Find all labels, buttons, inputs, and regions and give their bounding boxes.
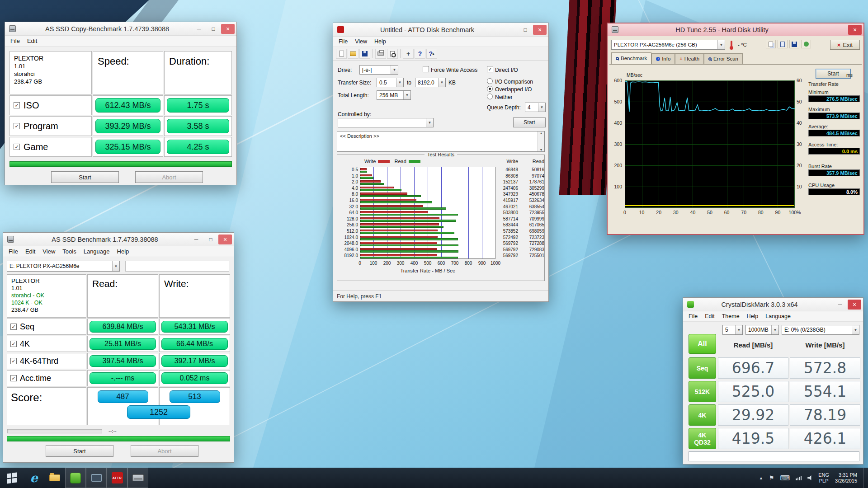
seq-button[interactable]: Seq xyxy=(689,357,716,379)
print-preview-icon[interactable] xyxy=(387,49,398,59)
touch-keyboard-icon[interactable]: ⌨ xyxy=(780,474,790,482)
new-file-icon[interactable] xyxy=(336,49,347,59)
taskbar-explorer-icon[interactable] xyxy=(44,468,65,488)
clock[interactable]: 3:31 PM 3/26/2015 xyxy=(835,472,857,484)
menu-edit[interactable]: Edit xyxy=(24,37,41,45)
atto-titlebar[interactable]: Untitled - ATTO Disk Benchmark ─ □ × xyxy=(333,23,548,37)
tray-expand-icon[interactable]: ▲ xyxy=(759,476,763,480)
4k64-checkbox[interactable]: ✓ xyxy=(10,358,17,364)
close-icon[interactable]: × xyxy=(218,235,232,244)
4k-button[interactable]: 4K xyxy=(689,404,716,426)
menu-view[interactable]: View xyxy=(39,247,59,256)
close-icon[interactable]: × xyxy=(221,24,235,34)
tab-health[interactable]: + Health xyxy=(675,53,704,64)
close-icon[interactable]: × xyxy=(848,300,861,310)
maximize-icon[interactable]: □ xyxy=(204,235,217,244)
close-icon[interactable]: × xyxy=(848,25,862,35)
acctime-checkbox[interactable]: ✓ xyxy=(10,375,17,381)
show-desktop-button[interactable] xyxy=(863,468,866,488)
exit-button[interactable]: × Exit xyxy=(830,40,860,50)
start-button[interactable]: Start xyxy=(46,445,113,457)
language-indicator[interactable]: ENG PLP xyxy=(818,472,829,484)
menu-theme[interactable]: Theme xyxy=(718,312,743,320)
tab-benchmark[interactable]: Benchmark xyxy=(611,52,651,64)
transfer-size-to-select[interactable]: 8192.0 ▼ xyxy=(415,78,446,87)
minimize-icon[interactable]: ─ xyxy=(189,235,203,244)
tab-error-scan[interactable]: Error Scan xyxy=(704,53,743,64)
drive-select[interactable]: PLEXTOR PX-AG256M6e (256 GB) ▼ xyxy=(611,40,725,50)
start-button[interactable]: Start xyxy=(816,69,851,79)
menu-help[interactable]: Help xyxy=(743,312,762,320)
abort-button[interactable]: Abort xyxy=(135,171,203,183)
abort-button[interactable]: Abort xyxy=(131,445,198,457)
test-size-select[interactable]: 1000MB ▼ xyxy=(745,325,779,335)
menu-file[interactable]: File xyxy=(335,38,351,46)
all-button[interactable]: All xyxy=(689,334,716,354)
print-icon[interactable] xyxy=(375,49,386,59)
maximize-icon[interactable]: □ xyxy=(519,25,532,35)
512k-button[interactable]: 512K xyxy=(689,381,716,402)
drive-select[interactable]: E: PLEXTOR PX-AG256M6e ▼ xyxy=(7,261,120,272)
start-button[interactable] xyxy=(0,468,24,488)
menu-help[interactable]: Help xyxy=(371,38,390,46)
transfer-size-from-select[interactable]: 0.5 ▼ xyxy=(377,78,404,87)
overlapped-io-radio[interactable] xyxy=(487,86,493,92)
test-count-select[interactable]: 5 ▼ xyxy=(722,325,743,335)
action-center-icon[interactable]: ⚑ xyxy=(769,474,774,481)
queue-depth-select[interactable]: 4 ▼ xyxy=(525,103,546,112)
controlled-by-select[interactable]: ▼ xyxy=(338,118,434,127)
start-button[interactable]: Start xyxy=(51,171,119,183)
direct-io-checkbox[interactable]: ✓ xyxy=(487,66,493,72)
save-screenshot-icon[interactable] xyxy=(789,40,799,48)
as-ssd-copy-titlebar[interactable]: AS SSD Copy-Benchmark 1.7.4739.38088 ─ □… xyxy=(5,22,236,36)
force-write-checkbox[interactable] xyxy=(423,66,429,72)
menu-file[interactable]: File xyxy=(685,312,701,320)
neither-radio[interactable] xyxy=(487,94,493,99)
as-ssd-titlebar[interactable]: AS SSD Benchmark 1.7.4739.38088 ─ □ × xyxy=(3,233,234,246)
taskbar-app-monitor-icon[interactable] xyxy=(86,468,107,488)
program-checkbox[interactable]: ✓ xyxy=(14,123,20,129)
copy-text-icon[interactable] xyxy=(778,40,788,48)
minimize-icon[interactable]: ─ xyxy=(192,24,206,34)
io-comparison-radio[interactable] xyxy=(487,78,493,84)
menu-edit[interactable]: Edit xyxy=(701,312,718,320)
hdtune-titlebar[interactable]: HD Tune 2.55 - Hard Disk Utility ─ × xyxy=(608,23,863,36)
taskbar-ie-icon[interactable]: e xyxy=(24,468,44,488)
menu-view[interactable]: View xyxy=(351,38,371,46)
context-help-icon[interactable]: ?▸ xyxy=(426,49,437,59)
help-icon[interactable]: ? xyxy=(415,49,425,59)
start-button[interactable]: Start xyxy=(513,117,546,127)
move-icon[interactable]: + xyxy=(403,49,414,59)
minimize-icon[interactable]: ─ xyxy=(504,25,518,35)
tab-info[interactable]: i Info xyxy=(651,53,675,64)
description-scrollbar[interactable]: ▲ ▼ xyxy=(538,131,544,151)
menu-tools[interactable]: Tools xyxy=(59,247,80,256)
drive-select[interactable]: [-e-] ▼ xyxy=(359,65,398,75)
menu-language[interactable]: Language xyxy=(80,247,113,256)
open-file-icon[interactable] xyxy=(348,49,359,59)
copy-screenshot-icon[interactable] xyxy=(766,40,776,48)
upload-icon[interactable] xyxy=(801,40,811,48)
iso-checkbox[interactable]: ✓ xyxy=(14,102,20,108)
menu-edit[interactable]: Edit xyxy=(22,247,39,256)
taskbar-app-green-icon[interactable] xyxy=(65,468,86,488)
menu-file[interactable]: File xyxy=(7,37,24,45)
4k-qd32-button[interactable]: 4K QD32 xyxy=(689,428,716,449)
cdm-titlebar[interactable]: CrystalDiskMark 3.0.3 x64 ─ × xyxy=(683,298,863,311)
taskbar-as-ssd-icon[interactable] xyxy=(127,468,148,488)
maximize-icon[interactable]: □ xyxy=(207,24,220,34)
volume-icon[interactable] xyxy=(807,475,812,480)
close-icon[interactable]: × xyxy=(533,25,547,35)
seq-checkbox[interactable]: ✓ xyxy=(10,324,17,330)
minimize-icon[interactable]: ─ xyxy=(834,25,847,35)
scroll-down-icon[interactable]: ▼ xyxy=(540,148,543,151)
target-drive-select[interactable]: E: 0% (0/238GB) ▼ xyxy=(782,325,859,335)
save-icon[interactable] xyxy=(359,49,370,59)
comment-field[interactable] xyxy=(689,451,859,461)
4k-checkbox[interactable]: ✓ xyxy=(10,341,17,347)
menu-help[interactable]: Help xyxy=(113,247,133,256)
scroll-up-icon[interactable]: ▲ xyxy=(540,131,543,135)
description-box[interactable]: << Description >> ▲ ▼ xyxy=(337,131,545,152)
menu-file[interactable]: File xyxy=(5,247,22,256)
network-icon[interactable] xyxy=(796,476,802,480)
